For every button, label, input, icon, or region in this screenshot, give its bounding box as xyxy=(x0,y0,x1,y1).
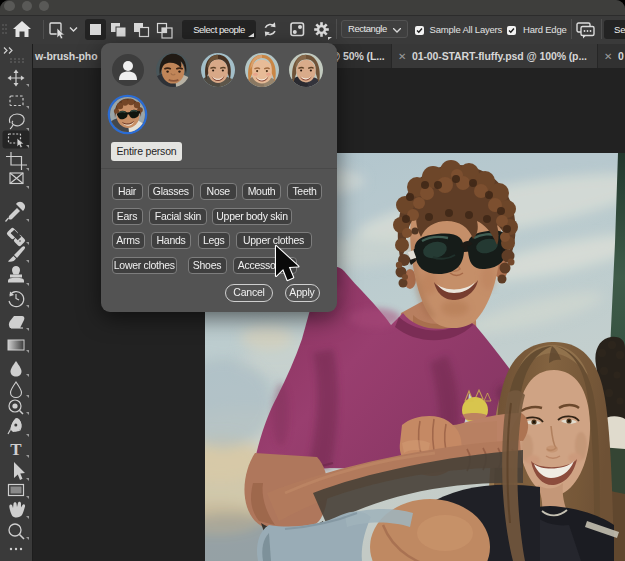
svg-text:T: T xyxy=(10,440,22,459)
